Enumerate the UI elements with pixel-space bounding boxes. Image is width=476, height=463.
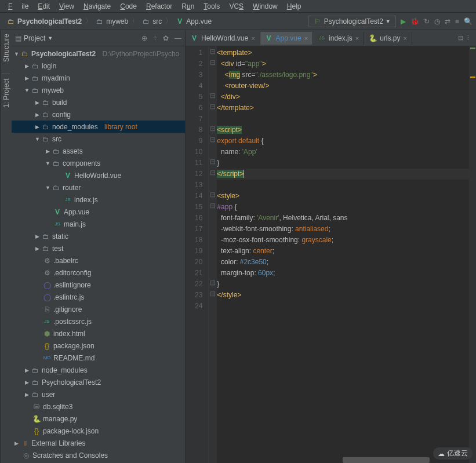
menu-edit[interactable]: Edit <box>33 1 54 11</box>
error-stripe[interactable] <box>469 46 476 463</box>
project-title[interactable]: ▤ Project ▼ <box>15 34 141 42</box>
tab-index[interactable]: JSindex.js× <box>313 32 364 45</box>
hide-icon[interactable]: — <box>175 34 181 42</box>
expand-icon[interactable]: ▶ <box>35 234 39 239</box>
tree-file[interactable]: VApp.vue <box>12 206 185 218</box>
expand-icon[interactable]: ▶ <box>24 63 29 69</box>
tree-folder[interactable]: ▶🗀myadmin <box>12 72 185 84</box>
fold-gutter[interactable]: ⊟⊟⊟⊟⊟⊟⊟⊟⊟⊟⊟⊟ <box>209 46 217 463</box>
menu-refactor[interactable]: Refactor <box>141 1 177 11</box>
close-icon[interactable]: × <box>355 35 359 42</box>
tree-root[interactable]: ▼🗀PsychologicalTest2 D:\PythonProject\Ps… <box>12 48 185 60</box>
tree-folder-selected[interactable]: ▶🗀node_modules library root <box>12 121 185 133</box>
expand-icon[interactable]: ▼ <box>45 185 50 191</box>
locate-icon[interactable]: ⊕ <box>141 34 147 42</box>
menu-code[interactable]: Code <box>115 1 141 11</box>
folder-icon: 🗀 <box>142 17 150 25</box>
tree-file[interactable]: ⎘.gitignore <box>12 303 185 315</box>
tree-folder[interactable]: ▼🗀src <box>12 133 185 145</box>
tab-urls[interactable]: 🐍urls.py× <box>364 32 412 45</box>
tree-folder[interactable]: ▼🗀router <box>12 181 185 194</box>
tree-folder[interactable]: ▶🗀user <box>12 388 185 400</box>
tree-file[interactable]: {}package.json <box>12 340 185 352</box>
tree-file[interactable]: ⚙.editorconfig <box>12 267 185 279</box>
expand-icon[interactable]: ▶ <box>24 380 29 385</box>
menu-tools[interactable]: Tools <box>199 1 224 11</box>
expand-icon[interactable]: ▶ <box>24 75 29 81</box>
tree-file[interactable]: ◯.eslintignore <box>12 279 185 291</box>
tree-external-libs[interactable]: ▶⫴External Libraries <box>12 437 185 449</box>
structure-tool-button[interactable]: Structure <box>2 34 10 62</box>
menu-file[interactable]: File <box>3 1 33 11</box>
crumb-myweb[interactable]: 🗀myweb <box>92 16 132 27</box>
tree-file[interactable]: {}package-lock.json <box>12 425 185 437</box>
code-content[interactable]: <template> <div id="app"> <img src="./as… <box>217 46 469 463</box>
close-icon[interactable]: × <box>251 35 255 42</box>
project-tool-button[interactable]: 1: Project <box>2 74 10 108</box>
expand-icon[interactable]: ▶ <box>45 148 50 154</box>
close-icon[interactable]: × <box>404 35 407 42</box>
tree-file[interactable]: ⛁db.sqlite3 <box>12 400 185 413</box>
menubar: File Edit View Navigate Code Refactor Ru… <box>0 0 476 13</box>
menu-navigate[interactable]: Navigate <box>79 1 115 11</box>
attach-icon[interactable]: ⇄ <box>445 17 450 25</box>
coverage-icon[interactable]: ↻ <box>424 17 430 25</box>
tree-scratches[interactable]: ◎Scratches and Consoles <box>12 449 185 461</box>
folder-icon: 🗀 <box>52 147 60 155</box>
tree-label: build <box>52 99 67 107</box>
tree-file[interactable]: 🐍manage.py <box>12 413 185 425</box>
menu-help[interactable]: Help <box>282 1 306 11</box>
menu-window[interactable]: Window <box>248 1 282 11</box>
expand-icon[interactable]: ▶ <box>24 367 29 373</box>
gear-icon[interactable]: ✿ <box>163 34 169 42</box>
tree-folder[interactable]: ▼🗀components <box>12 157 185 169</box>
tree-folder[interactable]: ▶🗀assets <box>12 145 185 157</box>
run-icon[interactable]: ▶ <box>401 17 406 25</box>
horizontal-scrollbar[interactable] <box>343 457 430 463</box>
search-icon[interactable]: 🔍 <box>464 17 473 25</box>
menu-run[interactable]: Run <box>177 1 199 11</box>
profile-icon[interactable]: ◷ <box>434 17 440 25</box>
tree-file[interactable]: ⬢index.html <box>12 327 185 340</box>
collapse-icon[interactable]: ÷ <box>153 34 157 42</box>
tree-file[interactable]: MDREADME.md <box>12 352 185 364</box>
crumb-root[interactable]: 🗀PsychologicalTest2 <box>3 16 85 27</box>
menu-vcs[interactable]: VCS <box>224 1 248 11</box>
expand-icon[interactable]: ▼ <box>45 161 50 166</box>
tree-folder[interactable]: ▶🗀login <box>12 60 185 72</box>
tree-file[interactable]: ⚙.babelrc <box>12 254 185 267</box>
debug-icon[interactable]: 🐞 <box>410 17 419 25</box>
tree-folder[interactable]: ▶🗀config <box>12 108 185 121</box>
expand-icon[interactable]: ▼ <box>14 51 19 57</box>
tree-folder[interactable]: ▶🗀PsychologicalTest2 <box>12 376 185 388</box>
js-icon: JS <box>64 197 72 202</box>
tab-app[interactable]: VApp.vue× <box>260 32 313 45</box>
tab-helloworld[interactable]: VHelloWorld.vue× <box>186 32 260 45</box>
tree-folder[interactable]: ▼🗀myweb <box>12 84 185 96</box>
tree-file[interactable]: JSindex.js <box>12 194 185 206</box>
tree-folder[interactable]: ▶🗀test <box>12 242 185 254</box>
crumb-file[interactable]: VApp.vue <box>172 16 215 27</box>
code-editor[interactable]: 123456789101112131415161718192021222324 … <box>186 46 476 463</box>
expand-icon[interactable]: ▶ <box>35 124 39 130</box>
close-icon[interactable]: × <box>304 35 308 42</box>
expand-icon[interactable]: ▼ <box>24 88 29 93</box>
tree-file[interactable]: JSmain.js <box>12 218 185 230</box>
tree-file[interactable]: ◯.eslintrc.js <box>12 291 185 303</box>
expand-icon[interactable]: ▼ <box>35 136 39 142</box>
expand-icon[interactable]: ▶ <box>35 112 39 118</box>
menu-view[interactable]: View <box>54 1 79 11</box>
tree-file[interactable]: VHelloWorld.vue <box>12 169 185 181</box>
expand-icon[interactable]: ▶ <box>24 392 29 398</box>
crumb-src[interactable]: 🗀src <box>139 16 165 27</box>
tab-actions[interactable]: ⊟ ⋮ <box>453 34 476 42</box>
run-config-selector[interactable]: ⚐ PsychologicalTest2 ▼ <box>308 16 396 27</box>
tree-file[interactable]: JS.postcssrc.js <box>12 315 185 327</box>
expand-icon[interactable]: ▶ <box>35 100 39 105</box>
expand-icon[interactable]: ▶ <box>14 440 19 446</box>
tree-folder[interactable]: ▶🗀static <box>12 230 185 242</box>
tree-folder[interactable]: ▶🗀node_modules <box>12 364 185 376</box>
stop-icon[interactable]: ■ <box>455 17 459 25</box>
tree-folder[interactable]: ▶🗀build <box>12 96 185 108</box>
expand-icon[interactable]: ▶ <box>35 246 39 251</box>
